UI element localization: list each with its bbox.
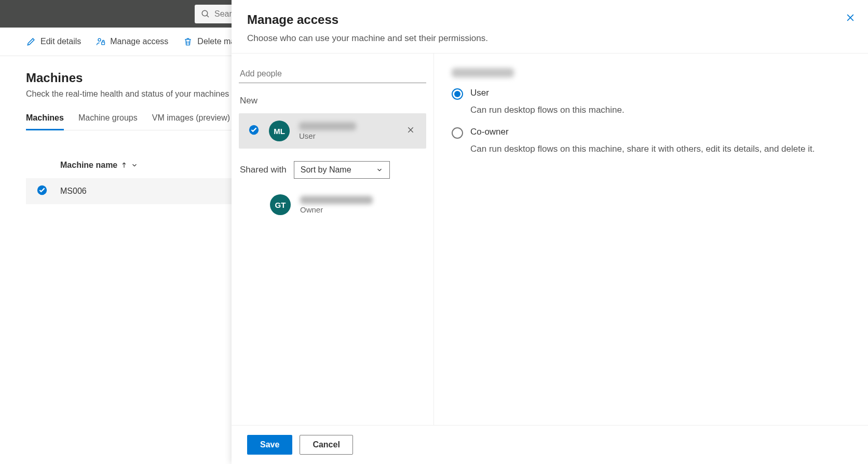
- sort-ascending-icon: [120, 162, 128, 169]
- permission-coowner-desc: Can run desktop flows on this machine, s…: [470, 143, 850, 155]
- permission-coowner-radio[interactable]: Co-owner: [452, 127, 850, 139]
- tab-machine-groups[interactable]: Machine groups: [78, 113, 138, 130]
- panel-title: Manage access: [247, 12, 852, 27]
- column-machine-name-label: Machine name: [60, 161, 117, 170]
- machine-name-cell: MS006: [48, 187, 87, 196]
- search-icon: [201, 9, 210, 19]
- save-button[interactable]: Save: [247, 435, 292, 455]
- sort-select[interactable]: Sort by Name: [294, 161, 390, 179]
- permission-user-radio[interactable]: User: [452, 88, 850, 100]
- avatar: ML: [269, 121, 290, 141]
- chevron-down-icon: [376, 166, 383, 174]
- edit-details-button[interactable]: Edit details: [26, 36, 81, 47]
- svg-point-2: [98, 38, 101, 41]
- close-button[interactable]: [845, 12, 856, 25]
- person-name-blurred: [299, 122, 356, 130]
- shared-with-label: Shared with: [240, 165, 287, 175]
- avatar: GT: [270, 194, 291, 215]
- section-new-label: New: [239, 96, 426, 106]
- sort-select-value: Sort by Name: [301, 165, 351, 175]
- svg-rect-3: [102, 42, 105, 45]
- panel-header: Manage access Choose who can use your ma…: [232, 0, 868, 54]
- person-role: Owner: [300, 205, 417, 214]
- people-lock-icon: [96, 36, 106, 47]
- radio-label: User: [470, 88, 489, 98]
- manage-access-panel: Manage access Choose who can use your ma…: [232, 0, 868, 464]
- svg-point-0: [202, 10, 208, 16]
- chevron-down-icon: [131, 162, 138, 169]
- permission-user-desc: Can run desktop flows on this machine.: [470, 104, 850, 116]
- people-column: New ML User Shared with Sort by Name: [232, 54, 434, 425]
- selected-person-header-blurred: [452, 68, 514, 77]
- radio-label: Co-owner: [470, 127, 509, 137]
- panel-body: New ML User Shared with Sort by Name: [232, 54, 868, 425]
- cancel-button[interactable]: Cancel: [300, 435, 352, 455]
- radio-checked-icon: [452, 88, 463, 100]
- person-info: Owner: [300, 196, 417, 214]
- manage-access-button[interactable]: Manage access: [96, 36, 168, 47]
- remove-person-button[interactable]: [404, 124, 417, 138]
- row-check-icon[interactable]: [248, 124, 260, 138]
- tab-machines[interactable]: Machines: [26, 113, 64, 130]
- tab-vm-images[interactable]: VM images (preview): [152, 113, 230, 130]
- svg-line-1: [207, 15, 209, 17]
- pencil-icon: [26, 36, 36, 47]
- person-info: User: [299, 122, 395, 140]
- person-row-new[interactable]: ML User: [239, 113, 426, 149]
- panel-subtitle: Choose who can use your machine and set …: [247, 33, 852, 44]
- shared-with-row: Shared with Sort by Name: [240, 161, 425, 179]
- row-selected-icon[interactable]: [36, 184, 48, 198]
- radio-unchecked-icon: [452, 127, 463, 139]
- person-row-shared[interactable]: GT Owner: [239, 187, 426, 222]
- close-icon: [406, 126, 415, 134]
- edit-details-label: Edit details: [40, 37, 81, 46]
- close-icon: [845, 12, 856, 23]
- person-role: User: [299, 131, 395, 140]
- panel-footer: Save Cancel: [232, 425, 868, 464]
- add-people-input[interactable]: [239, 66, 426, 83]
- trash-icon: [183, 36, 193, 47]
- permissions-column: User Can run desktop flows on this machi…: [434, 54, 868, 425]
- manage-access-label: Manage access: [110, 37, 168, 46]
- person-name-blurred: [300, 196, 373, 204]
- column-machine-name[interactable]: Machine name: [36, 161, 138, 170]
